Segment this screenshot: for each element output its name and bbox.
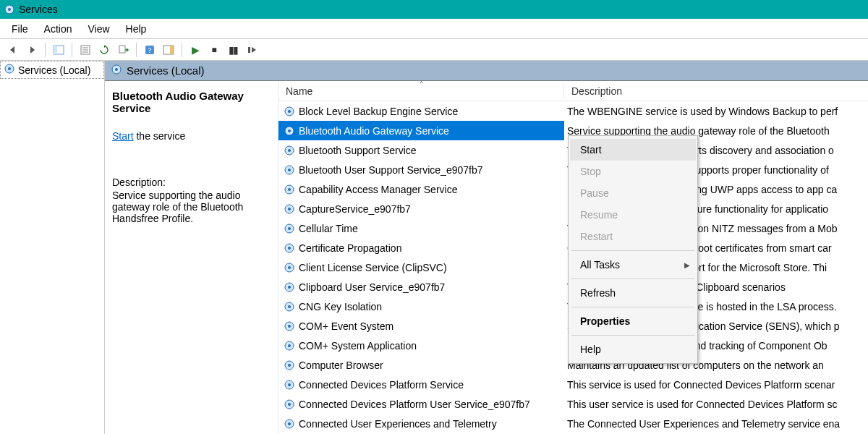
ctx-properties[interactable]: Properties bbox=[570, 310, 696, 332]
gear-icon bbox=[283, 203, 296, 216]
service-row[interactable]: Capability Access Manager Service bbox=[278, 179, 564, 199]
description-label: Description: bbox=[112, 176, 271, 188]
service-name: Computer Browser bbox=[299, 359, 383, 371]
gear-icon bbox=[283, 144, 296, 157]
properties-button[interactable] bbox=[77, 41, 94, 59]
gear-icon bbox=[283, 222, 296, 235]
service-name: Connected User Experiences and Telemetry bbox=[299, 418, 497, 430]
service-row[interactable]: Block Level Backup Engine Service bbox=[278, 101, 564, 121]
ctx-separator bbox=[571, 335, 694, 336]
service-row[interactable]: Bluetooth User Support Service_e907fb7 bbox=[278, 160, 564, 179]
console-tree: Services (Local) bbox=[0, 61, 105, 434]
service-name: COM+ Event System bbox=[299, 320, 393, 332]
service-name: CNG Key Isolation bbox=[299, 301, 382, 312]
service-row[interactable]: COM+ Event System bbox=[278, 316, 564, 336]
services-icon bbox=[3, 3, 16, 16]
ctx-all-tasks[interactable]: All Tasks ▶ bbox=[570, 254, 696, 276]
svg-point-45 bbox=[288, 364, 291, 367]
svg-point-19 bbox=[288, 110, 291, 113]
service-name: Capability Access Manager Service bbox=[299, 184, 457, 195]
show-hide-console-tree-button[interactable] bbox=[50, 41, 67, 59]
selected-service-name: Bluetooth Audio Gateway Service bbox=[112, 90, 271, 114]
toolbar-separator bbox=[136, 43, 137, 57]
svg-point-35 bbox=[288, 266, 291, 269]
gear-icon bbox=[283, 359, 296, 372]
context-menu: Start Stop Pause Resume Restart All Task… bbox=[568, 135, 698, 364]
svg-point-25 bbox=[288, 169, 291, 171]
export-list-button[interactable] bbox=[114, 41, 132, 59]
svg-rect-12 bbox=[170, 46, 174, 54]
start-service-button[interactable]: ▶ bbox=[187, 41, 204, 59]
service-row[interactable]: Cellular Time bbox=[278, 218, 564, 238]
svg-point-29 bbox=[288, 208, 291, 210]
service-name: COM+ System Application bbox=[299, 340, 417, 352]
gear-icon bbox=[4, 63, 15, 77]
stop-service-button[interactable]: ■ bbox=[205, 41, 223, 59]
gear-icon bbox=[283, 163, 296, 176]
menu-file[interactable]: File bbox=[4, 20, 35, 38]
gear-icon bbox=[283, 261, 296, 274]
titlebar: Services bbox=[0, 0, 868, 19]
service-name: Cellular Time bbox=[299, 223, 358, 234]
svg-point-43 bbox=[288, 344, 291, 347]
service-name: Clipboard User Service_e907fb7 bbox=[299, 281, 445, 293]
ctx-help[interactable]: Help bbox=[570, 339, 696, 360]
svg-point-15 bbox=[8, 67, 11, 70]
svg-point-51 bbox=[288, 422, 291, 425]
service-description-cell[interactable]: The WBENGINE service is used by Windows … bbox=[564, 101, 868, 121]
ctx-restart: Restart bbox=[570, 226, 696, 247]
service-row[interactable]: Certificate Propagation bbox=[278, 238, 564, 258]
service-name: CaptureService_e907fb7 bbox=[299, 203, 411, 215]
toolbar-separator bbox=[45, 43, 46, 57]
content-header-title: Services (Local) bbox=[127, 64, 205, 77]
column-header-description[interactable]: Description bbox=[564, 81, 868, 101]
service-row[interactable]: Bluetooth Support Service bbox=[278, 140, 564, 160]
nav-back-button[interactable] bbox=[4, 41, 22, 59]
nav-forward-button[interactable] bbox=[23, 41, 41, 59]
svg-point-49 bbox=[288, 403, 291, 406]
service-name: Bluetooth Support Service bbox=[299, 145, 417, 156]
service-name: Block Level Backup Engine Service bbox=[299, 106, 458, 117]
description-text: Service supporting the audio gateway rol… bbox=[112, 190, 271, 224]
service-description-cell[interactable]: This user service is used for Connected … bbox=[564, 394, 868, 414]
service-row[interactable]: Connected Devices Platform Service bbox=[278, 375, 564, 394]
start-service-link[interactable]: Start bbox=[112, 130, 134, 142]
svg-point-1 bbox=[8, 8, 11, 11]
service-row[interactable]: CaptureService_e907fb7 bbox=[278, 199, 564, 218]
service-row[interactable]: Computer Browser bbox=[278, 355, 564, 375]
help-button[interactable]: ? bbox=[141, 41, 158, 59]
service-description-cell[interactable]: This service is used for Connected Devic… bbox=[564, 375, 868, 394]
pause-service-button[interactable]: ▮▮ bbox=[224, 41, 242, 59]
restart-service-button[interactable] bbox=[243, 41, 260, 59]
ctx-resume: Resume bbox=[570, 204, 696, 226]
content-header: Services (Local) bbox=[105, 61, 868, 81]
start-service-rest: the service bbox=[134, 130, 186, 142]
service-row[interactable]: COM+ System Application bbox=[278, 336, 564, 355]
service-row[interactable]: Connected Devices Platform User Service_… bbox=[278, 394, 564, 414]
column-header-name[interactable]: ˄ Name bbox=[278, 81, 564, 101]
service-row[interactable]: Clipboard User Service_e907fb7 bbox=[278, 277, 564, 297]
menu-action[interactable]: Action bbox=[37, 20, 80, 38]
ctx-pause: Pause bbox=[570, 182, 696, 204]
svg-point-31 bbox=[288, 227, 291, 230]
ctx-refresh[interactable]: Refresh bbox=[570, 282, 696, 304]
service-row[interactable]: Bluetooth Audio Gateway Service bbox=[278, 121, 564, 140]
service-description-cell[interactable]: The Connected User Experiences and Telem… bbox=[564, 414, 868, 433]
ctx-separator bbox=[571, 307, 694, 307]
service-row[interactable]: Client License Service (ClipSVC) bbox=[278, 258, 564, 277]
ctx-start[interactable]: Start bbox=[570, 139, 696, 161]
service-row[interactable]: Connected User Experiences and Telemetry bbox=[278, 414, 564, 433]
toolbar-separator bbox=[182, 43, 182, 57]
service-row[interactable]: CNG Key Isolation bbox=[278, 297, 564, 316]
refresh-button[interactable] bbox=[95, 41, 113, 59]
gear-icon bbox=[283, 281, 296, 294]
tree-node-services-local[interactable]: Services (Local) bbox=[0, 61, 104, 79]
action-pane-button[interactable] bbox=[160, 41, 177, 59]
svg-rect-8 bbox=[119, 46, 125, 53]
svg-point-41 bbox=[288, 325, 291, 328]
chevron-right-icon: ▶ bbox=[684, 261, 690, 269]
menu-help[interactable]: Help bbox=[119, 20, 154, 38]
service-name: Bluetooth User Support Service_e907fb7 bbox=[299, 164, 483, 176]
gear-icon bbox=[283, 124, 296, 137]
menu-view[interactable]: View bbox=[80, 20, 116, 38]
